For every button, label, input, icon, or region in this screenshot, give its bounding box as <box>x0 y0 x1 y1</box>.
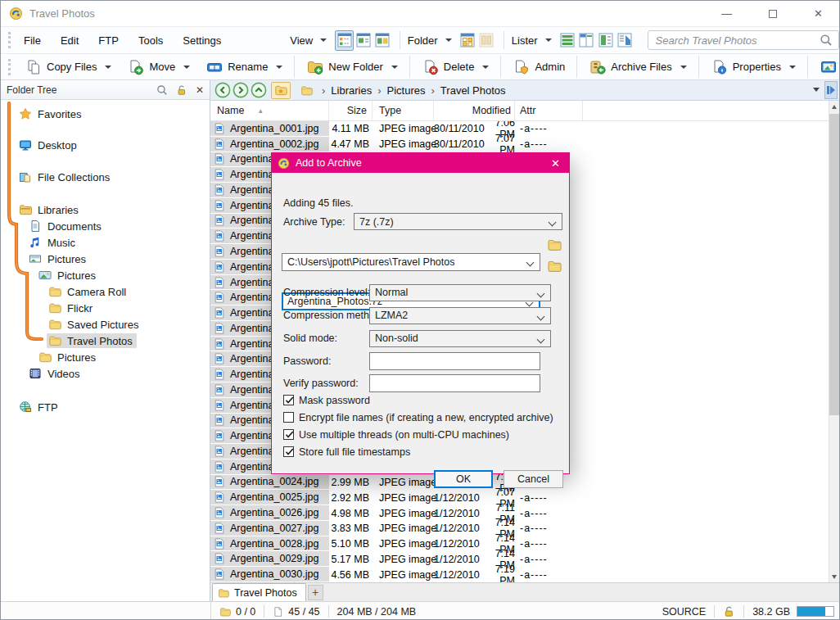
view-details-button[interactable] <box>335 30 354 51</box>
toolbar-button[interactable]: Properties <box>703 56 808 78</box>
menu-item[interactable]: Edit <box>61 34 79 47</box>
verify-password-field[interactable] <box>369 374 540 392</box>
forward-button[interactable] <box>232 81 250 99</box>
toolbar-grip[interactable] <box>8 32 11 48</box>
dual-display-button[interactable] <box>824 81 838 99</box>
file-row[interactable]: Argentina_0025.jpg 2.92 MB JPEG image 1/… <box>210 490 839 505</box>
dialog-checkbox-row[interactable]: Store full file timestamps <box>283 446 561 457</box>
vertical-scrollbar[interactable] <box>829 101 839 582</box>
tree-item[interactable]: Saved Pictures <box>1 316 210 333</box>
dialog-option-select[interactable]: Normal <box>369 284 551 301</box>
menu-item[interactable]: Tools <box>138 34 163 47</box>
file-row[interactable]: Argentina_0026.jpg 4.98 MB JPEG image 1/… <box>210 505 839 521</box>
archive-type-select[interactable]: 7z (.7z) <box>354 213 562 230</box>
minimize-button[interactable]: — <box>721 8 732 19</box>
lister-menu[interactable]: Lister <box>512 34 552 47</box>
dialog-option-select[interactable]: Non-solid <box>369 330 551 347</box>
column-size[interactable]: Size <box>329 101 373 120</box>
dialog-close-button[interactable]: ✕ <box>548 157 563 170</box>
search-input[interactable]: Search Travel Photos <box>648 30 840 50</box>
favorites-button[interactable] <box>271 82 291 99</box>
menu-item[interactable]: File <box>24 34 41 47</box>
breadcrumb-segment[interactable]: ›Travel Photos <box>426 84 506 97</box>
file-row[interactable]: Argentina_0002.jpg 4.47 MB JPEG image 30… <box>210 137 839 152</box>
dialog-checkbox-row[interactable]: Mask password <box>283 395 561 405</box>
toolbar-button[interactable]: Rename <box>198 56 295 78</box>
lister-dual-vertical-button[interactable] <box>577 30 596 51</box>
checkbox[interactable] <box>283 412 294 423</box>
tree-item[interactable]: Flickr <box>1 300 210 316</box>
tree-item[interactable]: Music <box>1 234 210 251</box>
tree-item[interactable]: Pictures <box>1 349 210 365</box>
ok-button[interactable]: OK <box>434 470 493 488</box>
toolbar-button[interactable]: Slideshow <box>812 56 840 78</box>
menu-item[interactable]: Settings <box>183 34 221 47</box>
file-row[interactable]: Argentina_0029.jpg 5.17 MB JPEG image 1/… <box>210 551 839 567</box>
path-dropdown-button[interactable] <box>813 88 820 92</box>
file-row[interactable]: Argentina_0030.jpg 4.56 MB JPEG image 1/… <box>210 567 839 582</box>
scrollbar-thumb[interactable] <box>829 114 839 415</box>
breadcrumb-segment[interactable]: ›Libraries <box>316 84 372 97</box>
scroll-up-icon[interactable] <box>829 101 839 112</box>
lister-single-button[interactable] <box>558 30 577 51</box>
toolbar-button[interactable]: New Folder <box>299 56 409 78</box>
dialog-option-select[interactable]: LZMA2 <box>369 307 551 324</box>
checkbox[interactable] <box>283 429 294 440</box>
toolbar-button[interactable]: Move <box>120 56 198 78</box>
up-button[interactable] <box>250 81 268 99</box>
toolbar-button[interactable]: Delete <box>414 56 502 78</box>
close-button[interactable]: ✕ <box>814 8 823 19</box>
menu-item[interactable]: FTP <box>98 34 119 47</box>
toolbar-button[interactable]: Archive Files <box>581 56 698 78</box>
back-button[interactable] <box>214 81 232 99</box>
view-thumbnails-button[interactable] <box>373 30 392 51</box>
checkbox[interactable] <box>283 395 294 405</box>
cancel-button[interactable]: Cancel <box>504 470 563 488</box>
checkbox[interactable] <box>283 446 294 457</box>
column-type[interactable]: Type <box>373 101 434 120</box>
tab-travel-photos[interactable]: Travel Photos <box>212 583 306 601</box>
browse-destination-button[interactable] <box>544 236 564 253</box>
tree-item[interactable]: Pictures <box>1 251 210 267</box>
dialog-checkbox-row[interactable]: Encrypt file names (if creating a new, e… <box>283 412 561 423</box>
file-row[interactable]: Argentina_0027.jpg 3.83 MB JPEG image 1/… <box>210 521 839 536</box>
maximize-button[interactable] <box>769 10 777 18</box>
breadcrumb-segment[interactable]: ›Pictures <box>372 84 425 97</box>
tree-item[interactable]: FTP <box>1 399 210 415</box>
new-tab-button[interactable]: + <box>308 585 323 600</box>
column-name[interactable]: Name▲ <box>210 101 329 120</box>
format-lock-button[interactable] <box>715 605 743 618</box>
folder-grid-button[interactable] <box>458 30 477 51</box>
destination-path-combo[interactable]: C:\Users\jpott\Pictures\Travel Photos <box>282 253 540 271</box>
view-list-button[interactable] <box>354 30 373 51</box>
dialog-title-bar[interactable]: Add to Archive ✕ <box>272 153 569 173</box>
tree-item[interactable]: Camera Roll <box>1 283 210 300</box>
tree-item[interactable]: Favorites <box>1 106 210 122</box>
tree-unlock-button[interactable] <box>176 84 187 96</box>
view-menu[interactable]: View <box>290 34 327 47</box>
tree-item[interactable]: Travel Photos <box>1 333 210 349</box>
column-modified[interactable]: Modified <box>434 101 515 120</box>
toolbar-button[interactable]: Admin <box>505 56 577 78</box>
dialog-checkbox-row[interactable]: Use multiple threads (on multi-CPU machi… <box>283 429 561 440</box>
tree-item[interactable]: Libraries <box>1 201 210 218</box>
tree-item[interactable]: File Collections <box>1 169 210 185</box>
tree-item[interactable]: Videos <box>1 365 210 382</box>
tree-item[interactable]: Documents <box>1 218 210 234</box>
toolbar-grip[interactable] <box>8 59 11 75</box>
lister-viewer-button[interactable] <box>615 30 634 51</box>
password-field[interactable] <box>369 352 540 370</box>
tree-item[interactable]: Pictures <box>1 267 210 283</box>
browse-name-button[interactable] <box>544 257 564 274</box>
tree-close-button[interactable]: ✕ <box>196 84 204 96</box>
file-row[interactable]: Argentina_0001.jpg 4.11 MB JPEG image 30… <box>210 121 839 137</box>
tree-item[interactable]: Desktop <box>1 137 210 153</box>
folder-dual-button[interactable] <box>477 30 496 51</box>
column-attr[interactable]: Attr <box>515 101 583 120</box>
scroll-down-icon[interactable] <box>829 571 839 582</box>
toolbar-button[interactable]: Copy Files <box>17 56 120 78</box>
folder-menu[interactable]: Folder <box>408 34 452 47</box>
file-row[interactable]: Argentina_0028.jpg 5.10 MB JPEG image 1/… <box>210 536 839 552</box>
tree-search-button[interactable] <box>156 84 168 96</box>
lister-tree-button[interactable] <box>596 30 615 51</box>
